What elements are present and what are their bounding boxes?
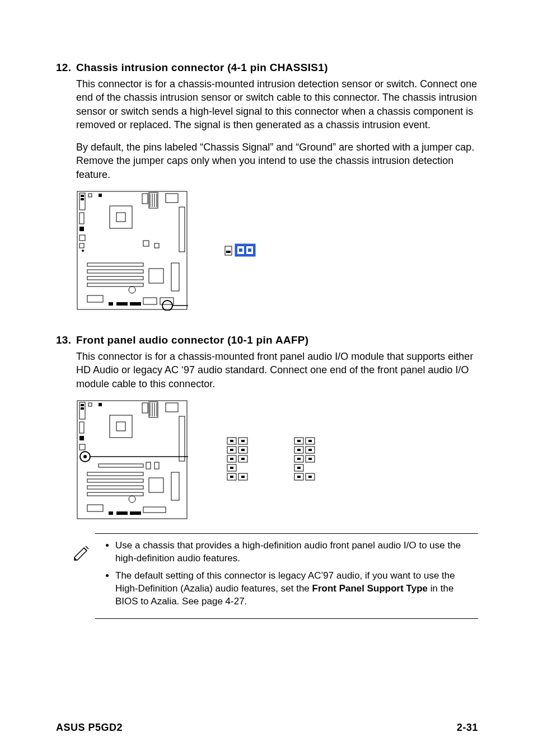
svg-rect-69	[99, 464, 143, 467]
svg-rect-97	[230, 458, 233, 460]
svg-rect-95	[230, 449, 233, 451]
svg-rect-20	[179, 207, 185, 252]
svg-rect-118	[297, 476, 301, 478]
svg-rect-100	[230, 476, 233, 478]
svg-rect-72	[87, 472, 143, 476]
svg-rect-58	[166, 403, 178, 412]
footer-right: 2-31	[457, 722, 478, 734]
svg-rect-27	[149, 269, 163, 283]
note-item-2-bold: Front Panel Support Type	[312, 583, 428, 594]
section-12: 12.Chassis intrusion connector (4-1 pin …	[56, 62, 478, 311]
svg-rect-60	[116, 422, 125, 431]
section-12-para2: By default, the pins labeled “Chassis Si…	[76, 140, 478, 181]
svg-rect-12	[166, 194, 178, 203]
svg-rect-63	[79, 444, 85, 450]
svg-rect-6	[142, 194, 148, 204]
svg-rect-40	[226, 251, 231, 253]
svg-rect-49	[81, 407, 84, 410]
svg-rect-2	[81, 195, 84, 197]
svg-rect-3	[81, 198, 84, 200]
svg-rect-80	[109, 511, 113, 515]
page-footer: ASUS P5GD2 2-31	[56, 722, 478, 734]
svg-rect-78	[171, 472, 179, 500]
section-12-header: 12.Chassis intrusion connector (4-1 pin …	[56, 62, 478, 74]
section-12-para1: This connector is for a chassis-mounted …	[76, 77, 478, 132]
svg-rect-96	[241, 449, 245, 451]
svg-rect-79	[87, 505, 103, 511]
svg-rect-83	[143, 507, 166, 513]
note-list: Use a chassis that provides a high-defin…	[103, 539, 478, 613]
svg-rect-74	[87, 486, 143, 489]
svg-rect-5	[99, 194, 102, 197]
section-13-diagram	[76, 400, 478, 520]
svg-rect-48	[81, 404, 84, 406]
svg-rect-29	[171, 263, 179, 291]
svg-point-36	[162, 300, 172, 311]
svg-rect-98	[241, 458, 245, 460]
note-block: Use a chassis that provides a high-defin…	[95, 533, 478, 619]
svg-rect-73	[87, 479, 143, 482]
svg-rect-115	[297, 458, 301, 460]
section-13-para1: This connector is for a chassis-mounted …	[76, 350, 478, 391]
svg-rect-111	[297, 440, 301, 442]
svg-rect-101	[241, 476, 245, 478]
svg-rect-4	[88, 194, 92, 197]
svg-rect-64	[179, 416, 185, 461]
svg-rect-119	[308, 476, 312, 478]
footer-left: ASUS P5GD2	[56, 722, 123, 734]
svg-rect-82	[130, 511, 141, 515]
svg-rect-18	[79, 243, 84, 248]
svg-rect-52	[142, 403, 148, 413]
svg-point-28	[129, 287, 135, 293]
svg-rect-15	[79, 213, 84, 224]
note-item-1: Use a chassis that provides a high-defin…	[115, 539, 478, 565]
aafp-azalia-pinout-icon	[222, 434, 255, 485]
svg-rect-32	[116, 302, 128, 306]
svg-rect-30	[87, 295, 103, 302]
aafp-ac97-pinout-icon	[289, 434, 322, 485]
svg-rect-116	[308, 458, 312, 460]
motherboard-diagram-aafp-icon	[76, 400, 188, 520]
svg-rect-76	[149, 478, 163, 492]
svg-point-19	[82, 250, 84, 252]
svg-rect-113	[297, 449, 301, 451]
svg-rect-24	[87, 270, 143, 273]
note-item-2: The default setting of this connector is…	[115, 570, 478, 608]
svg-point-66	[83, 455, 87, 458]
svg-rect-81	[116, 511, 128, 515]
svg-rect-112	[308, 440, 312, 442]
svg-rect-62	[79, 436, 84, 440]
section-13-header: 13.Front panel audio connector (10-1 pin…	[56, 334, 478, 346]
svg-rect-93	[230, 440, 233, 442]
svg-rect-21	[143, 241, 149, 246]
svg-rect-59	[110, 415, 132, 438]
svg-rect-13	[110, 206, 132, 228]
svg-rect-22	[154, 243, 159, 248]
svg-rect-33	[130, 302, 141, 306]
svg-rect-114	[308, 449, 312, 451]
svg-rect-17	[79, 235, 85, 241]
svg-rect-16	[79, 227, 84, 231]
svg-rect-61	[79, 422, 84, 433]
svg-rect-99	[230, 467, 233, 469]
svg-rect-44	[239, 248, 242, 252]
svg-rect-50	[88, 403, 92, 406]
section-13-title: Front panel audio connector (10-1 pin AA…	[76, 334, 308, 346]
svg-rect-25	[87, 276, 143, 280]
svg-rect-34	[143, 298, 157, 304]
section-13-number: 13.	[56, 334, 76, 346]
svg-rect-23	[87, 263, 143, 266]
svg-point-77	[129, 496, 135, 503]
svg-rect-51	[99, 403, 102, 406]
svg-rect-26	[87, 283, 143, 287]
svg-rect-94	[241, 440, 245, 442]
motherboard-diagram-icon	[76, 190, 188, 311]
section-12-diagram	[76, 190, 478, 311]
svg-rect-117	[297, 467, 301, 469]
note-pencil-icon	[72, 542, 93, 563]
svg-line-120	[84, 548, 87, 551]
svg-rect-31	[109, 302, 113, 306]
section-13: 13.Front panel audio connector (10-1 pin…	[56, 334, 478, 619]
svg-rect-45	[248, 248, 251, 252]
svg-rect-71	[154, 462, 159, 469]
